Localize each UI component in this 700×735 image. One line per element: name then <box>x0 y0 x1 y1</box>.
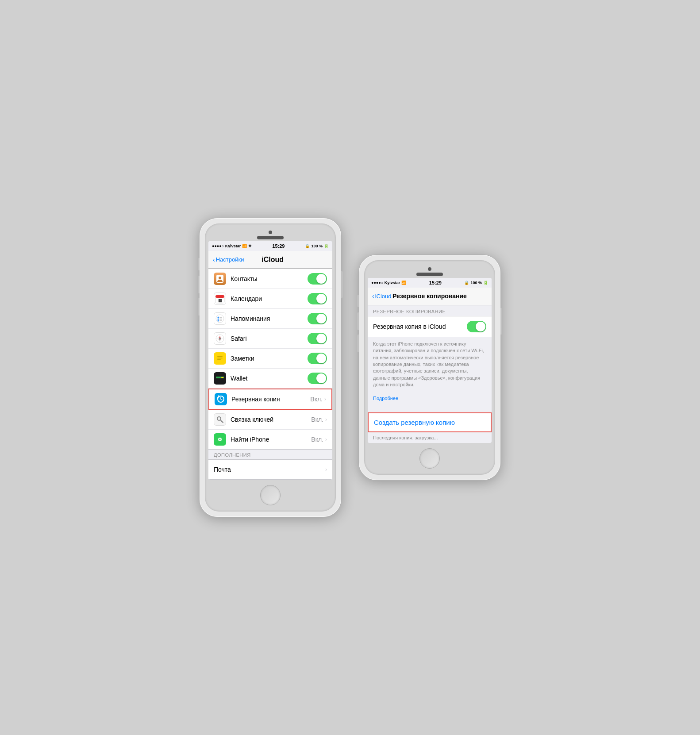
toggle-wallet[interactable] <box>308 373 327 384</box>
camera <box>269 231 272 234</box>
label-contacts: Контакты <box>231 275 308 282</box>
section-additional: ДОПОЛНЕНИЯ Почта › <box>208 450 332 480</box>
svg-point-23 <box>217 417 221 420</box>
phone-top-1 <box>208 227 332 241</box>
svg-rect-9 <box>219 319 222 319</box>
toggle-notes[interactable] <box>308 353 327 364</box>
icon-reminders <box>214 312 226 325</box>
phone-2: ●●●●○ Kyivstar 📶 15:29 🔒 100 % 🔋 ‹ iClou… <box>359 255 500 481</box>
backup-description: Когда этот iPhone подключен к источнику … <box>368 337 492 406</box>
side-button-mute <box>198 258 200 270</box>
backup-toggle-row[interactable]: Резервная копия в iCloud <box>368 316 492 337</box>
list-item-reminders[interactable]: Напоминания <box>208 309 332 329</box>
back-button-2[interactable]: ‹ iCloud <box>372 292 392 300</box>
home-button-2[interactable] <box>419 448 440 469</box>
value-keychain: Вкл. <box>311 416 323 423</box>
list-item-backup[interactable]: Резервная копия Вкл. › <box>208 389 332 410</box>
speaker <box>257 236 284 239</box>
phone-bottom-2 <box>368 443 492 471</box>
nav-bar-2: ‹ iCloud Резервное копирование <box>368 288 492 305</box>
toggle-calendar[interactable] <box>308 293 327 304</box>
list-item-calendar[interactable]: ▦ Календари <box>208 289 332 309</box>
battery-percent-2: 100 % <box>470 281 482 285</box>
carrier-1: ●●●●○ Kyivstar <box>212 244 241 248</box>
chevron-findphone: › <box>325 436 327 443</box>
list-item-notes[interactable]: Заметки <box>208 349 332 369</box>
list-additional: Почта › <box>208 459 332 480</box>
carrier-2: ●●●●○ Kyivstar <box>371 281 400 285</box>
icon-keychain <box>214 413 226 426</box>
toggle-contacts[interactable] <box>308 273 327 285</box>
label-mail: Почта <box>214 466 325 473</box>
toggle-reminders[interactable] <box>308 313 327 324</box>
time-2: 15:29 <box>429 280 442 285</box>
side-button-vol-down-2 <box>357 335 359 352</box>
list-item-findphone[interactable]: Найти iPhone Вкл. › <box>208 430 332 449</box>
home-button-1[interactable] <box>260 485 281 505</box>
back-chevron-1: ‹ <box>213 256 215 263</box>
label-calendar: Календари <box>231 295 308 302</box>
battery-icon-1: 🔋 <box>324 244 329 248</box>
backup-link[interactable]: Подробнее <box>373 396 398 401</box>
list-item-wallet[interactable]: Wallet <box>208 369 332 389</box>
svg-rect-7 <box>219 317 222 318</box>
screen-1: ●●●●○ Kyivstar 📶 ✳︎ 15:29 🔒 100 % 🔋 ‹ На… <box>208 241 332 480</box>
svg-text:▦: ▦ <box>218 298 222 303</box>
icon-notes <box>214 352 226 365</box>
label-backup: Резервная копия <box>231 396 310 403</box>
chevron-mail: › <box>325 466 327 473</box>
label-wallet: Wallet <box>231 375 308 382</box>
signal-extra-1: ✳︎ <box>248 244 252 248</box>
icon-backup <box>215 393 227 405</box>
svg-rect-11 <box>219 320 222 321</box>
section-header-additional: ДОПОЛНЕНИЯ <box>208 450 332 459</box>
backup-action-row[interactable]: Создать резервную копию <box>368 412 492 432</box>
value-findphone: Вкл. <box>311 436 323 443</box>
list-item-safari[interactable]: Safari <box>208 329 332 349</box>
status-right-2: 🔒 100 % 🔋 <box>464 281 488 285</box>
toggle-safari[interactable] <box>308 333 327 344</box>
wifi-icon-1: 📶 <box>242 244 247 248</box>
icon-wallet <box>214 372 226 385</box>
status-left-1: ●●●●○ Kyivstar 📶 ✳︎ <box>212 244 252 248</box>
status-left-2: ●●●●○ Kyivstar 📶 <box>371 281 406 285</box>
list-item-keychain[interactable]: Связка ключей Вкл. › <box>208 410 332 430</box>
toggle-icloud-backup[interactable] <box>467 321 486 332</box>
speaker-2 <box>416 273 443 276</box>
backup-desc-text: Когда этот iPhone подключен к источнику … <box>373 341 484 387</box>
svg-rect-17 <box>217 358 223 359</box>
camera-2 <box>428 267 431 271</box>
settings-list-1: Контакты ▦ Календари Напоминания <box>208 269 332 450</box>
list-item-mail[interactable]: Почта › <box>208 460 332 479</box>
time-1: 15:29 <box>272 243 285 249</box>
label-reminders: Напоминания <box>231 315 308 322</box>
chevron-backup: › <box>324 396 326 402</box>
phone-bottom-1 <box>208 480 332 508</box>
status-right-1: 🔒 100 % 🔋 <box>305 244 329 248</box>
value-backup: Вкл. <box>310 396 323 403</box>
svg-point-6 <box>218 317 219 318</box>
section-backup-main: РЕЗЕРВНОЕ КОПИРОВАНИЕ Резервная копия в … <box>368 305 492 406</box>
side-button-mute-2 <box>357 295 359 307</box>
label-safari: Safari <box>231 335 308 342</box>
svg-point-1 <box>219 277 221 279</box>
svg-point-10 <box>218 320 219 322</box>
list-item-contacts[interactable]: Контакты <box>208 269 332 289</box>
side-button-vol-up-2 <box>357 312 359 330</box>
icon-findphone <box>214 433 226 446</box>
svg-rect-21 <box>221 377 223 378</box>
icon-calendar: ▦ <box>214 292 226 305</box>
phone-1: ●●●●○ Kyivstar 📶 ✳︎ 15:29 🔒 100 % 🔋 ‹ На… <box>200 218 341 517</box>
battery-percent-1: 100 % <box>311 244 323 248</box>
chevron-keychain: › <box>325 416 327 423</box>
backup-section-header: РЕЗЕРВНОЕ КОПИРОВАНИЕ <box>368 305 492 316</box>
side-button-vol-down <box>198 298 200 316</box>
svg-rect-16 <box>217 356 223 357</box>
label-notes: Заметки <box>231 355 308 362</box>
side-button-right <box>341 271 343 298</box>
phone-inner-2: ●●●●○ Kyivstar 📶 15:29 🔒 100 % 🔋 ‹ iClou… <box>364 260 495 475</box>
svg-rect-24 <box>221 421 223 422</box>
status-bar-2: ●●●●○ Kyivstar 📶 15:29 🔒 100 % 🔋 <box>368 278 492 288</box>
svg-rect-18 <box>217 359 221 360</box>
nav-title-2: Резервное копирование <box>392 292 467 300</box>
